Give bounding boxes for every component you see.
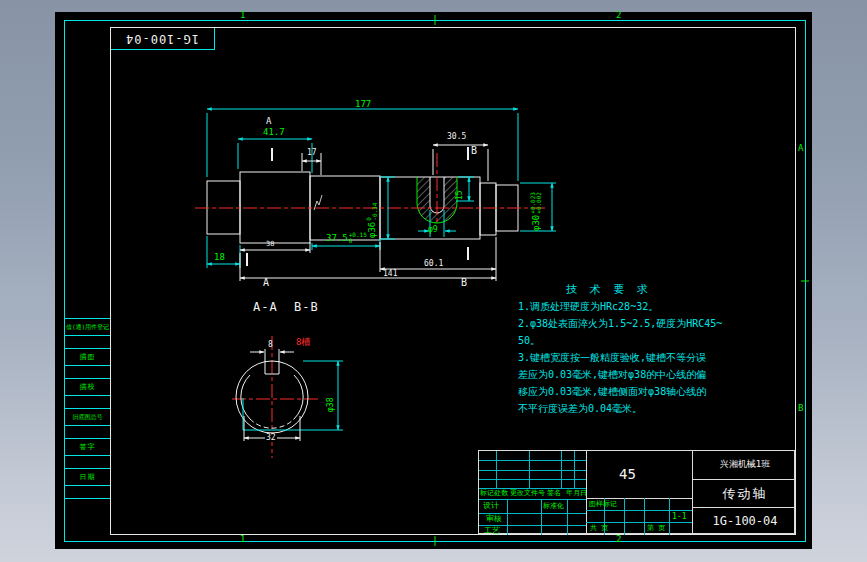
dim-keyway-depth: 15 xyxy=(456,190,464,200)
row-design: 设计 xyxy=(483,502,499,510)
dim-141: 141 xyxy=(383,270,397,278)
dim-60-1: 60.1 xyxy=(424,260,443,268)
dim-38: 38 xyxy=(266,241,274,248)
centerlines xyxy=(195,153,545,458)
company-name: 兴湘机械1班 xyxy=(697,460,793,469)
dim-dia-36: φ360-0.34 xyxy=(366,203,378,238)
part-name: 传动轴 xyxy=(697,487,793,500)
tech-line-5: 差应为0.03毫米,键槽对φ38的中心线的偏 xyxy=(518,366,722,383)
tech-requirements: 1.调质处理硬度为HRc28~32。 2.φ38处表面淬火为1.5~2.5,硬度… xyxy=(518,298,722,417)
tech-line-1: 1.调质处理硬度为HRc28~32。 xyxy=(518,298,722,315)
dim-overall-length: 177 xyxy=(355,100,371,109)
tech-line-2: 2.φ38处表面淬火为1.5~2.5,硬度为HRC45~ xyxy=(518,315,722,332)
title-block: 45 兴湘机械1班 传动轴 1G-100-04 标记处数 更改文件号 签名 年月… xyxy=(478,450,795,534)
scale-value: 1-1 xyxy=(672,513,686,521)
dim-dia-9: φ9 xyxy=(428,226,438,234)
tech-requirements-title: 技 术 要 求 xyxy=(566,284,651,295)
sheet-total: 共 页 xyxy=(590,525,608,532)
stage-mark-label: 图样标记 xyxy=(589,501,617,508)
header-mark: 标记处数 xyxy=(480,490,508,497)
tech-line-4: 3.键槽宽度按一般精度验收,键槽不等分误 xyxy=(518,349,722,366)
dim-dia-30: φ30+0.023+0.002 xyxy=(530,192,542,231)
sheet-number: 第 页 xyxy=(647,525,665,532)
tech-line-3: 50。 xyxy=(518,332,722,349)
drawing-number: 1G-100-04 xyxy=(697,515,793,527)
cut-plane-marks xyxy=(247,147,468,266)
section-dia-text: φ38 xyxy=(327,398,335,412)
section-label: A-A B-B xyxy=(253,301,319,313)
dim-17: 17 xyxy=(307,149,317,157)
section-key-note: 8槽 xyxy=(296,338,310,347)
header-signature: 签名 xyxy=(547,490,561,497)
row-check: 审核 xyxy=(486,515,502,523)
cut-label-b-top: B xyxy=(471,146,477,156)
dim-30-5: 30.5 xyxy=(447,133,466,141)
section-dia-dim xyxy=(243,361,343,430)
row-process: 工艺 xyxy=(484,527,500,535)
section-view xyxy=(236,349,343,441)
header-change-file: 更改文件号 xyxy=(510,490,545,497)
section-slot-width: 8 xyxy=(268,341,273,349)
cut-label-a-top: A xyxy=(266,117,271,126)
section-flat-width: 32 xyxy=(265,434,277,442)
dim-step-length: 41.7 xyxy=(263,128,285,137)
dim-37-5: 37.5+0.150 xyxy=(326,232,367,244)
header-date: 年月日 xyxy=(566,490,587,497)
material-grade: 45 xyxy=(619,467,636,481)
tech-line-7: 不平行度误差为0.04毫米。 xyxy=(518,400,722,417)
dimension-lines-cyan xyxy=(207,109,556,268)
dim-18: 18 xyxy=(214,253,225,262)
row-standardization: 标准化 xyxy=(543,503,564,510)
tech-line-6: 移应为0.03毫米,键槽侧面对φ38轴心线的 xyxy=(518,383,722,400)
cut-label-b-bottom: B xyxy=(461,278,467,288)
cut-label-a-bottom: A xyxy=(263,278,269,288)
cad-viewer-window: 1G-100-04 1 2 1 2 A B 借(通)用件登记 描图 描校 旧底图… xyxy=(0,0,867,562)
